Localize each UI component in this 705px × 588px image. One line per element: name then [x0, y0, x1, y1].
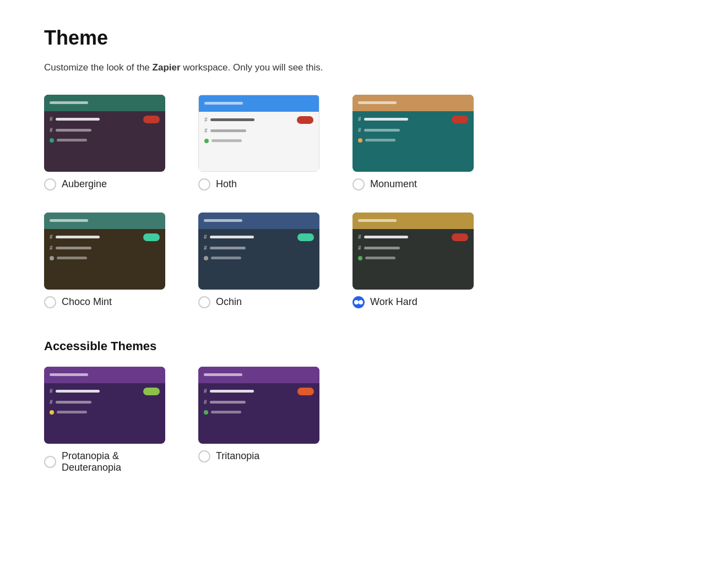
- radio-aubergine[interactable]: [44, 178, 56, 190]
- theme-preview-protanopia[interactable]: ##: [44, 367, 165, 444]
- theme-preview-workhard[interactable]: ##: [352, 213, 474, 290]
- theme-preview-aubergine[interactable]: ##: [44, 95, 165, 172]
- theme-label-tritanopia: Tritanopia: [216, 450, 259, 462]
- accessible-themes-title: Accessible Themes: [44, 339, 661, 353]
- radio-monument[interactable]: [352, 178, 365, 190]
- page-title: Theme: [44, 26, 661, 50]
- themes-grid: ##Aubergine##Hoth##Monument##Choco Mint#…: [44, 95, 661, 308]
- theme-option-monument: ##Monument: [352, 95, 474, 190]
- radio-workhard[interactable]: [352, 296, 365, 308]
- theme-preview-choco[interactable]: ##: [44, 213, 165, 290]
- radio-tritanopia[interactable]: [198, 450, 210, 462]
- theme-option-aubergine: ##Aubergine: [44, 95, 165, 190]
- theme-label-hoth: Hoth: [216, 178, 237, 190]
- theme-option-workhard: ##Work Hard: [352, 213, 474, 308]
- accessible-theme-option-protanopia: ##Protanopia & Deuteranopia: [44, 367, 165, 473]
- theme-option-hoth: ##Hoth: [198, 95, 319, 190]
- theme-preview-monument[interactable]: ##: [352, 95, 474, 172]
- theme-label-ochin: Ochin: [216, 296, 242, 308]
- theme-label-monument: Monument: [370, 178, 417, 190]
- theme-preview-ochin[interactable]: ##: [198, 213, 319, 290]
- radio-choco[interactable]: [44, 296, 56, 308]
- radio-ochin[interactable]: [198, 296, 210, 308]
- theme-preview-tritanopia[interactable]: ##: [198, 367, 319, 444]
- accessible-themes-grid: ##Protanopia & Deuteranopia##Tritanopia: [44, 367, 661, 473]
- radio-hoth[interactable]: [198, 178, 210, 190]
- theme-label-aubergine: Aubergine: [62, 178, 107, 190]
- theme-option-ochin: ##Ochin: [198, 213, 319, 308]
- theme-label-workhard: Work Hard: [370, 296, 417, 308]
- theme-label-choco: Choco Mint: [62, 296, 112, 308]
- accessible-theme-option-tritanopia: ##Tritanopia: [198, 367, 319, 473]
- theme-option-choco: ##Choco Mint: [44, 213, 165, 308]
- theme-label-protanopia: Protanopia & Deuteranopia: [62, 450, 165, 473]
- page-description: Customize the look of the Zapier workspa…: [44, 61, 661, 75]
- radio-protanopia[interactable]: [44, 456, 56, 468]
- theme-preview-hoth[interactable]: ##: [198, 95, 319, 172]
